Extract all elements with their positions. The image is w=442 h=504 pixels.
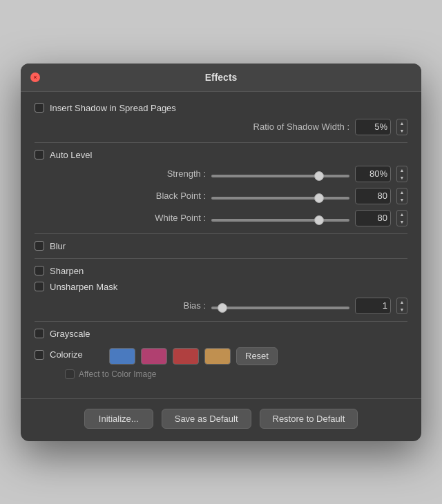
auto-level-label-text: Auto Level bbox=[50, 150, 92, 160]
divider-3 bbox=[35, 258, 407, 259]
affect-label: Affect to Color Image bbox=[79, 369, 157, 379]
white-point-label: White Point : bbox=[155, 213, 206, 223]
strength-slider[interactable] bbox=[211, 175, 349, 177]
strength-stepper[interactable]: ▲ ▼ bbox=[396, 166, 407, 182]
black-stepper[interactable]: ▲ ▼ bbox=[396, 188, 407, 204]
auto-level-checkbox[interactable] bbox=[35, 150, 44, 159]
colorize-main-row: Colorize Reset bbox=[35, 345, 407, 365]
strength-stepper-up[interactable]: ▲ bbox=[397, 166, 407, 174]
divider-4 bbox=[35, 321, 407, 322]
white-slider-container bbox=[211, 212, 349, 224]
shadow-row: Insert Shadow in Spread Pages bbox=[35, 103, 407, 113]
blur-label-text: Blur bbox=[50, 241, 66, 251]
sharpen-label-text: Sharpen bbox=[50, 266, 84, 276]
affect-row: Affect to Color Image bbox=[35, 369, 407, 379]
ratio-label: Ratio of Shadow Width : bbox=[253, 122, 349, 132]
divider-2 bbox=[35, 233, 407, 234]
black-slider[interactable] bbox=[211, 197, 349, 200]
blur-checkbox-label[interactable]: Blur bbox=[35, 241, 66, 251]
colorize-checkbox-label[interactable]: Colorize bbox=[35, 349, 104, 360]
blur-section: Blur bbox=[35, 241, 407, 251]
ratio-stepper[interactable]: ▲ ▼ bbox=[396, 119, 407, 135]
blur-row: Blur bbox=[35, 241, 407, 251]
shadow-checkbox-label[interactable]: Insert Shadow in Spread Pages bbox=[35, 103, 176, 113]
colorize-checkbox[interactable] bbox=[35, 350, 44, 360]
strength-stepper-down[interactable]: ▼ bbox=[397, 174, 407, 182]
unsharpen-row: Unsharpen Mask bbox=[35, 282, 407, 292]
colorize-label-text: Colorize bbox=[50, 349, 83, 360]
shadow-label-text: Insert Shadow in Spread Pages bbox=[50, 103, 176, 113]
strength-slider-container bbox=[211, 168, 349, 180]
colorize-section: Colorize Reset Affect to Color Image bbox=[35, 345, 407, 379]
grayscale-checkbox[interactable] bbox=[35, 329, 44, 338]
grayscale-row: Grayscale bbox=[35, 329, 407, 339]
blur-checkbox[interactable] bbox=[35, 241, 44, 251]
dialog-content: Insert Shadow in Spread Pages Ratio of S… bbox=[21, 92, 421, 393]
save-default-button[interactable]: Save as Default bbox=[162, 409, 251, 429]
white-stepper-down[interactable]: ▼ bbox=[397, 218, 407, 226]
ratio-stepper-down[interactable]: ▼ bbox=[397, 127, 407, 135]
shadow-section: Insert Shadow in Spread Pages Ratio of S… bbox=[35, 103, 407, 135]
black-point-label: Black Point : bbox=[156, 191, 206, 201]
white-stepper[interactable]: ▲ ▼ bbox=[396, 210, 407, 226]
black-point-row: Black Point : ▲ ▼ bbox=[35, 188, 407, 204]
pink-swatch[interactable] bbox=[141, 348, 167, 365]
white-stepper-up[interactable]: ▲ bbox=[397, 211, 407, 218]
orange-swatch[interactable] bbox=[204, 348, 231, 365]
sharpen-section: Sharpen Unsharpen Mask Bias : ▲ ▼ bbox=[35, 266, 407, 314]
bias-stepper-down[interactable]: ▼ bbox=[397, 306, 407, 313]
unsharpen-checkbox[interactable] bbox=[35, 282, 44, 291]
strength-label: Strength : bbox=[167, 168, 206, 179]
divider-1 bbox=[35, 142, 407, 143]
grayscale-section: Grayscale bbox=[35, 329, 407, 339]
ratio-input[interactable] bbox=[355, 119, 391, 135]
auto-level-section: Auto Level Strength : ▲ ▼ Black Point : bbox=[35, 150, 407, 226]
sharpen-row: Sharpen bbox=[35, 266, 407, 276]
bias-slider[interactable] bbox=[211, 307, 349, 309]
ratio-stepper-up[interactable]: ▲ bbox=[397, 119, 407, 127]
strength-input[interactable] bbox=[355, 166, 391, 182]
shadow-ratio-row: Ratio of Shadow Width : ▲ ▼ bbox=[35, 119, 407, 135]
reset-button[interactable]: Reset bbox=[236, 347, 278, 365]
dialog-footer: Initialize... Save as Default Restore to… bbox=[21, 398, 421, 441]
unsharpen-checkbox-label[interactable]: Unsharpen Mask bbox=[35, 282, 117, 292]
grayscale-label-text: Grayscale bbox=[50, 329, 90, 339]
white-input[interactable] bbox=[355, 210, 391, 226]
affect-checkbox[interactable] bbox=[65, 369, 75, 379]
white-slider[interactable] bbox=[211, 219, 349, 222]
dialog-title: Effects bbox=[205, 72, 238, 83]
sharpen-checkbox[interactable] bbox=[35, 266, 44, 275]
black-stepper-up[interactable]: ▲ bbox=[397, 188, 407, 196]
colorize-controls: Reset bbox=[109, 347, 278, 365]
initialize-button[interactable]: Initialize... bbox=[84, 409, 153, 429]
bias-stepper[interactable]: ▲ ▼ bbox=[396, 298, 407, 314]
red-swatch[interactable] bbox=[173, 348, 199, 365]
auto-level-checkbox-label[interactable]: Auto Level bbox=[35, 150, 92, 160]
bias-row: Bias : ▲ ▼ bbox=[35, 298, 407, 314]
restore-default-button[interactable]: Restore to Default bbox=[260, 409, 358, 429]
unsharpen-label-text: Unsharpen Mask bbox=[50, 282, 117, 292]
white-point-row: White Point : ▲ ▼ bbox=[35, 210, 407, 226]
black-input[interactable] bbox=[355, 188, 391, 204]
sharpen-checkbox-label[interactable]: Sharpen bbox=[35, 266, 84, 276]
grayscale-checkbox-label[interactable]: Grayscale bbox=[35, 329, 90, 339]
bias-slider-container bbox=[211, 300, 349, 312]
black-stepper-down[interactable]: ▼ bbox=[397, 196, 407, 204]
black-slider-container bbox=[211, 190, 349, 202]
close-button[interactable]: × bbox=[30, 72, 40, 82]
title-bar: × Effects bbox=[21, 64, 421, 92]
bias-stepper-up[interactable]: ▲ bbox=[397, 298, 407, 306]
auto-level-row: Auto Level bbox=[35, 150, 407, 160]
bias-input[interactable] bbox=[355, 298, 391, 314]
effects-dialog: × Effects Insert Shadow in Spread Pages … bbox=[21, 64, 421, 441]
strength-row: Strength : ▲ ▼ bbox=[35, 166, 407, 182]
shadow-checkbox[interactable] bbox=[35, 103, 44, 113]
bias-label: Bias : bbox=[183, 300, 206, 311]
blue-swatch[interactable] bbox=[109, 348, 135, 365]
